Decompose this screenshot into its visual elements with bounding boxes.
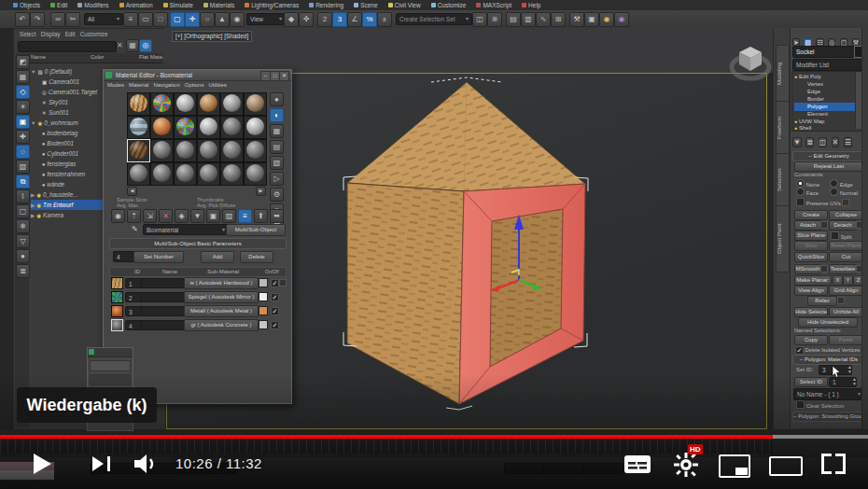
material-slot[interactable] xyxy=(150,116,174,139)
make-unique-icon[interactable]: ◫ xyxy=(819,137,828,147)
menu-item-edit[interactable]: Edit xyxy=(50,2,67,8)
selection-filter-dropdown[interactable]: All▾ xyxy=(84,13,123,25)
display-cameras-icon[interactable]: ▣ xyxy=(16,115,30,129)
display-groups-icon[interactable]: ▧ xyxy=(16,160,30,174)
region-select-button[interactable]: ▭ xyxy=(138,12,153,27)
named-selection-sets-field[interactable]: Create Selection Set▾ xyxy=(396,13,472,25)
make-unique-icon[interactable]: ◈ xyxy=(175,209,189,223)
mini-window-row[interactable] xyxy=(90,360,131,371)
reset-plane-button[interactable]: Reset Plane xyxy=(829,241,863,251)
constraint-face-radio[interactable]: Face xyxy=(796,188,819,196)
sub-material-button[interactable]: Metall ( Autodesk Metal ) xyxy=(184,305,259,317)
menu-item-customize[interactable]: Customize xyxy=(431,2,467,8)
spinner-snap-button[interactable]: ± xyxy=(377,12,392,27)
display-frozen-icon[interactable]: ❄ xyxy=(16,219,30,233)
angle-snap-button[interactable]: ∠ xyxy=(347,12,362,27)
search-icon[interactable]: ◎ xyxy=(139,39,152,52)
show-map-icon[interactable]: ▨ xyxy=(222,209,236,223)
material-name-dropdown[interactable]: No Name - ( 1 )▾ xyxy=(793,388,864,400)
sub-on-checkbox[interactable]: ✓ xyxy=(271,279,279,287)
paste-button[interactable]: Paste xyxy=(829,335,863,345)
align-button[interactable]: ≋ xyxy=(487,12,502,27)
display-materials-icon[interactable]: ● xyxy=(16,249,30,263)
show-end-result-icon[interactable]: ≡ xyxy=(238,209,252,223)
scene-search-input[interactable] xyxy=(18,41,117,52)
material-slot[interactable] xyxy=(197,162,220,186)
video-color-check-icon[interactable]: ▧ xyxy=(270,156,284,170)
select-manipulate-button[interactable]: ✜ xyxy=(299,12,314,27)
sub-on-checkbox[interactable]: ✓ xyxy=(271,293,279,301)
display-helpers-icon[interactable]: ✚ xyxy=(16,130,30,144)
sub-thumbnail[interactable] xyxy=(111,319,123,331)
sub-material-button[interactable]: gr ( Autodesk Concrete ) xyxy=(184,319,259,331)
ribbon-toggle-button[interactable]: ▥ xyxy=(521,12,536,27)
slots-page-prev[interactable]: ◀ xyxy=(127,187,137,196)
preserve-uvs-checkbox[interactable]: Preserve UVs xyxy=(796,198,849,206)
window-crossing-button[interactable]: □ xyxy=(153,12,168,27)
redo-button[interactable]: ↷ xyxy=(30,12,45,27)
msmooth-options[interactable] xyxy=(820,265,828,272)
sub-material-button[interactable]: Spiegel ( Autodesk Mirror ) xyxy=(184,291,259,303)
set-number-button[interactable]: Set Number xyxy=(133,251,184,263)
show-end-result-icon[interactable]: ≣ xyxy=(805,137,814,147)
ribbon-tab-freeform[interactable]: Freeform xyxy=(776,101,790,155)
material-slot[interactable] xyxy=(127,92,150,116)
scale-button[interactable]: ▲ xyxy=(215,12,230,27)
remove-modifier-icon[interactable]: ✕ xyxy=(832,137,840,147)
menu-item-simulate[interactable]: Simulate xyxy=(163,2,193,8)
snap-25d-button[interactable]: 2 xyxy=(317,12,332,27)
sx-menu-display[interactable]: Display xyxy=(41,31,61,37)
sub-thumbnail[interactable] xyxy=(111,305,123,317)
sub-color-swatch[interactable] xyxy=(259,306,268,315)
clear-search-icon[interactable]: ✕ xyxy=(117,41,123,49)
material-slot[interactable] xyxy=(174,162,197,186)
split-checkbox[interactable]: Split xyxy=(831,231,851,240)
go-forward-icon[interactable]: ➥ xyxy=(270,209,284,223)
display-containers-icon[interactable]: ▢ xyxy=(16,204,30,218)
material-slot[interactable] xyxy=(220,139,244,162)
material-type-button[interactable]: Multi/Sub-Object xyxy=(226,224,286,236)
slice-plane-button[interactable]: Slice Plane xyxy=(794,231,828,241)
me-menu-modes[interactable]: Modes xyxy=(107,82,124,88)
display-all-icon[interactable]: ◩ xyxy=(16,55,30,69)
attach-options[interactable] xyxy=(820,221,828,229)
go-to-parent-icon[interactable]: ⬆ xyxy=(254,209,268,223)
sub-on-checkbox[interactable]: ✓ xyxy=(271,307,279,315)
scene-object-box[interactable] xyxy=(334,73,599,411)
render-production-button[interactable]: ◉ xyxy=(599,12,614,27)
menu-item-civil-view[interactable]: Civil View xyxy=(388,2,421,8)
col-header-color[interactable]: Color xyxy=(91,54,104,60)
material-slot[interactable] xyxy=(244,116,267,139)
background-icon[interactable]: ▦ xyxy=(270,124,284,138)
display-layers-icon[interactable]: ≣ xyxy=(16,264,30,278)
display-lights-icon[interactable]: ☀ xyxy=(16,100,30,114)
select-by-name-button[interactable]: ≡ xyxy=(123,12,138,27)
constraint-edge-radio[interactable]: Edge xyxy=(830,179,853,188)
rendered-frame-button[interactable]: ▣ xyxy=(584,12,599,27)
grid-align-button[interactable]: Grid Align xyxy=(829,286,863,296)
sub-name-field[interactable] xyxy=(141,320,188,330)
col-header-name[interactable]: Name xyxy=(31,54,46,60)
material-slot[interactable] xyxy=(197,92,220,116)
clear-selection-checkbox[interactable]: Clear Selection xyxy=(796,400,844,409)
delete-button[interactable]: Delete xyxy=(240,251,273,263)
set-id-spinner[interactable]: ▲▼ xyxy=(847,365,852,374)
configure-sets-icon[interactable]: ☰ xyxy=(844,137,852,147)
pick-material-icon[interactable]: ✎ xyxy=(132,225,138,233)
relax-button[interactable]: Relax xyxy=(807,296,837,306)
sx-menu-select[interactable]: Select xyxy=(20,31,36,37)
mini-window-row[interactable] xyxy=(90,374,131,385)
rollout-material-ids[interactable]: − Polygon: Material IDs xyxy=(792,355,865,365)
sx-menu-edit[interactable]: Edit xyxy=(65,31,76,37)
cut-button[interactable]: Cut xyxy=(829,252,863,262)
material-slot[interactable] xyxy=(220,92,244,116)
subtitles-icon[interactable] xyxy=(623,454,651,474)
make-planar-button[interactable]: Make Planar: xyxy=(794,275,832,286)
put-material-icon[interactable]: ⇡ xyxy=(127,209,141,223)
sub-material-button[interactable]: w ( Autodesk Hardwood ) xyxy=(184,277,259,289)
rollout-smoothing-groups[interactable]: − Polygon: Smoothing Groups xyxy=(792,412,865,422)
rollout-multisub-params[interactable]: Multi/Sub-Object Basic Parameters xyxy=(109,238,287,249)
search-mode-button[interactable]: ▦ xyxy=(126,39,139,52)
select-object-button[interactable]: ▢ xyxy=(170,12,185,27)
command-panel-scrollbar[interactable] xyxy=(861,28,868,429)
